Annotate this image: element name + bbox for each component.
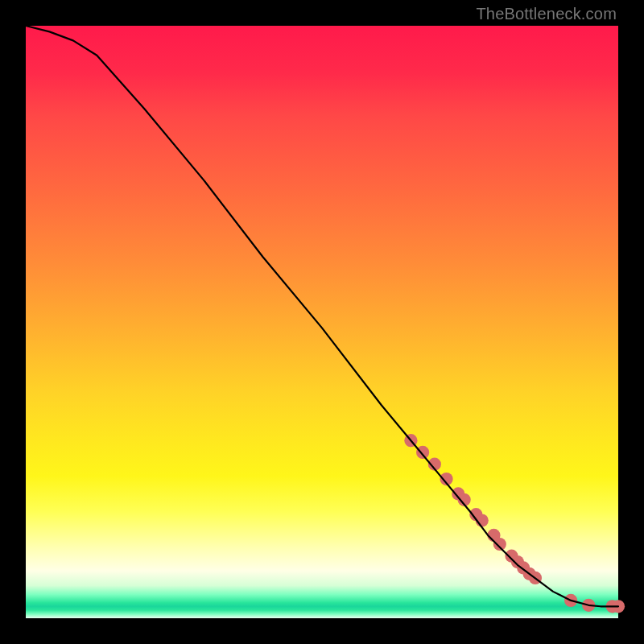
marker-layer bbox=[404, 434, 625, 613]
data-point bbox=[493, 538, 506, 551]
watermark-text: TheBottleneck.com bbox=[476, 5, 617, 23]
plot-area bbox=[26, 26, 618, 618]
data-point bbox=[416, 446, 429, 459]
plot-svg bbox=[26, 26, 618, 618]
chart-frame: TheBottleneck.com bbox=[0, 0, 644, 644]
bottleneck-curve bbox=[26, 26, 618, 606]
